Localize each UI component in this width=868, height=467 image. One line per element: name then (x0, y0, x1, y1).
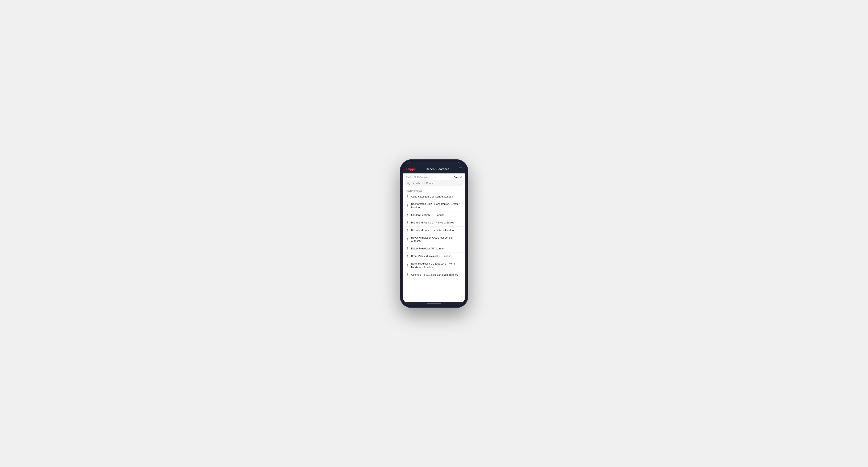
list-item[interactable]: 📍Richmond Park GC - Prince's, Surrey (403, 219, 465, 226)
pin-icon: 📍 (406, 264, 409, 267)
pin-icon: 📍 (406, 195, 409, 198)
search-input[interactable] (405, 180, 463, 186)
home-bar (427, 304, 441, 304)
course-name: North Middlesex GC (1011942 - North Midd… (411, 262, 462, 269)
course-name: Brent Valley Municipal GC, London (411, 254, 451, 258)
list-item[interactable]: 📍North Middlesex GC (1011942 - North Mid… (403, 260, 465, 271)
list-item[interactable]: 📍Royal Wimbledon GC, Great London Author… (403, 234, 465, 245)
status-bar (403, 162, 465, 165)
phone-screen: clippd Recent Searches ☰ Find a Golf Cou… (403, 162, 465, 305)
pin-icon: 📍 (406, 255, 409, 258)
course-name: Roehampton Club - Roehampton, Greater Lo… (411, 202, 462, 209)
page-title: Recent Searches (426, 167, 450, 171)
pin-icon: 📍 (406, 221, 409, 224)
list-item[interactable]: 📍Richmond Park GC - Duke's, London (403, 226, 465, 234)
search-icon: 🔍 (407, 182, 410, 185)
search-box: 🔍 (405, 180, 463, 186)
menu-icon[interactable]: ☰ (459, 167, 462, 171)
nearby-label: Nearby courses (403, 188, 465, 193)
course-name: Richmond Park GC - Duke's, London (411, 228, 454, 232)
list-item[interactable]: 📍Central London Golf Centre, London (403, 193, 465, 200)
list-item[interactable]: 📍Dukes Meadows GC, London (403, 245, 465, 252)
pin-icon: 📍 (406, 273, 409, 276)
courses-list: 📍Central London Golf Centre, London📍Roeh… (403, 193, 465, 302)
course-name: Dukes Meadows GC, London (411, 247, 445, 250)
pin-icon: 📍 (406, 247, 409, 250)
home-indicator (403, 302, 465, 305)
find-label: Find a Golf Course (406, 176, 428, 179)
app-logo: clippd (406, 167, 416, 171)
course-name: Richmond Park GC - Prince's, Surrey (411, 221, 454, 224)
list-item[interactable]: 📍London Scottish GC, London (403, 212, 465, 219)
course-name: Central London Golf Centre, London (411, 195, 453, 198)
list-item[interactable]: 📍Roehampton Club - Roehampton, Greater L… (403, 200, 465, 212)
course-name: London Scottish GC, London (411, 213, 444, 217)
pin-icon: 📍 (406, 238, 409, 241)
cancel-button[interactable]: Cancel (454, 176, 462, 179)
course-name: Royal Wimbledon GC, Great London Authori… (411, 236, 462, 243)
list-item[interactable]: 📍Brent Valley Municipal GC, London (403, 252, 465, 260)
phone-device: clippd Recent Searches ☰ Find a Golf Cou… (400, 159, 468, 308)
pin-icon: 📍 (406, 214, 409, 217)
top-bar: clippd Recent Searches ☰ (403, 165, 465, 174)
find-bar: Find a Golf Course Cancel (403, 174, 465, 180)
pin-icon: 📍 (406, 229, 409, 232)
content-area: Find a Golf Course Cancel 🔍 Nearby cours… (403, 174, 465, 302)
course-name: Coombe Hill GC, Kingston upon Thames (411, 273, 458, 277)
pin-icon: 📍 (406, 205, 409, 208)
list-item[interactable]: 📍Coombe Hill GC, Kingston upon Thames (403, 271, 465, 279)
